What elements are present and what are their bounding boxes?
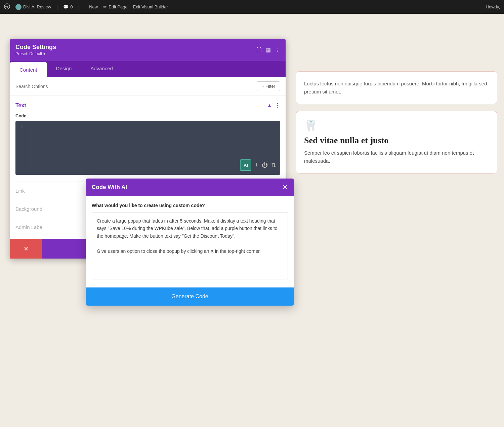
fullscreen-icon[interactable]: ⛶: [256, 47, 262, 53]
more-options-icon[interactable]: ⋮: [275, 47, 280, 53]
power-button[interactable]: ⏻: [262, 162, 268, 169]
filter-button[interactable]: + Filter: [257, 81, 280, 91]
ai-modal-close-button[interactable]: ✕: [282, 183, 288, 191]
comment-icon: 💬: [63, 4, 69, 9]
text-section-title: Text: [15, 103, 26, 109]
wordpress-logo-icon[interactable]: W: [4, 3, 10, 11]
ai-prompt-textarea[interactable]: [92, 212, 288, 279]
panel-title-area: Code Settings Preset: Default ▾: [15, 44, 56, 56]
new-button[interactable]: + New: [85, 4, 98, 9]
site-name[interactable]: Divi AI Review: [15, 4, 51, 10]
panel-tabs: Content Design Advanced: [10, 61, 286, 77]
code-label: Code: [15, 113, 280, 118]
sort-button[interactable]: ⇅: [271, 161, 276, 169]
panel-search-bar: + Filter: [10, 77, 286, 95]
panel-preset[interactable]: Preset: Default ▾: [15, 51, 56, 56]
site-name-label: Divi AI Review: [23, 4, 51, 9]
panel-body: Text ▲ ⋮ Code 1 AI + ⏻ ⇅: [10, 95, 286, 182]
text-section-header: Text ▲ ⋮: [15, 102, 280, 109]
edit-page-label: Edit Page: [109, 4, 127, 9]
ai-assist-button[interactable]: AI: [240, 159, 251, 171]
exit-builder-label: Exit Visual Builder: [133, 4, 168, 9]
search-options-input[interactable]: [15, 84, 116, 89]
comment-count: 0: [70, 4, 73, 9]
exit-builder-button[interactable]: Exit Visual Builder: [133, 4, 168, 9]
cancel-button[interactable]: ✕: [10, 239, 42, 259]
ai-modal-header: Code With AI ✕: [86, 179, 294, 196]
svg-text:W: W: [5, 5, 8, 8]
card-1-text: Luctus lectus non quisque turpis bibendu…: [304, 80, 489, 96]
collapse-icon[interactable]: ▲: [267, 103, 272, 109]
tab-advanced[interactable]: Advanced: [81, 61, 122, 77]
card-2-text: Semper leo et sapien lobortis facilisis …: [304, 149, 489, 165]
tab-content[interactable]: Content: [10, 62, 47, 77]
edit-icon: ✏: [103, 4, 107, 9]
plus-icon: +: [85, 4, 88, 9]
new-label: New: [89, 4, 98, 9]
code-editor[interactable]: 1 AI + ⏻ ⇅: [15, 121, 280, 175]
line-numbers: 1: [15, 121, 26, 175]
ai-prompt-label: What would you like to create using cust…: [92, 203, 288, 208]
right-content-area: ple Sample Page Uncategorized 🔍 Luctus l…: [289, 44, 504, 427]
tab-design[interactable]: Design: [47, 61, 81, 77]
ai-modal-body: What would you like to create using cust…: [86, 196, 294, 287]
comments-button[interactable]: 💬 0: [63, 4, 73, 9]
add-code-button[interactable]: +: [255, 162, 258, 169]
separator: |: [56, 4, 58, 10]
panel-header: Code Settings Preset: Default ▾ ⛶ ▦ ⋮: [10, 39, 286, 61]
howdy-text: Howdy,: [486, 4, 500, 9]
columns-icon[interactable]: ▦: [266, 47, 271, 53]
code-with-ai-modal: Code With AI ✕ What would you like to cr…: [86, 179, 294, 306]
card-2: 🦷 Sed vitae nulla et justo Semper leo et…: [296, 111, 497, 173]
panel-header-actions: ⛶ ▦ ⋮: [256, 47, 280, 53]
site-favicon: [15, 4, 22, 10]
card-1: Luctus lectus non quisque turpis bibendu…: [296, 71, 497, 104]
code-editor-toolbar: AI + ⏻ ⇅: [240, 159, 276, 171]
panel-title: Code Settings: [15, 44, 56, 51]
card-2-heading: Sed vitae nulla et justo: [304, 135, 489, 146]
edit-page-button[interactable]: ✏ Edit Page: [103, 4, 127, 9]
separator2: |: [78, 4, 79, 10]
ai-modal-title: Code With AI: [92, 184, 127, 191]
page-background: ple Sample Page Uncategorized 🔍 Luctus l…: [0, 14, 504, 427]
tooth-icon: 🦷: [304, 119, 489, 132]
admin-bar: W Divi AI Review | 💬 0 | + New ✏ Edit Pa…: [0, 0, 504, 14]
ai-modal-footer: Generate Code: [86, 287, 294, 306]
section-actions: ▲ ⋮: [267, 102, 280, 109]
section-menu-icon[interactable]: ⋮: [275, 102, 280, 109]
generate-code-button[interactable]: Generate Code: [86, 287, 294, 306]
